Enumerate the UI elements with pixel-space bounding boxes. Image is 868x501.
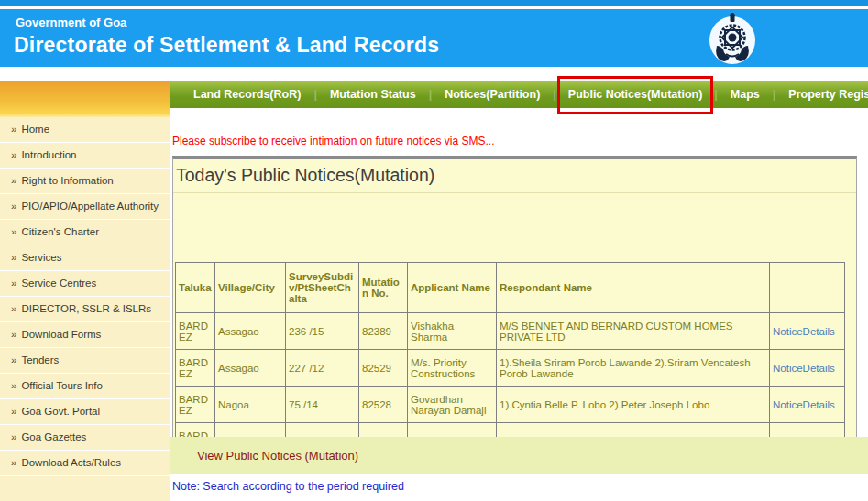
- main-navbar: Land Records(RoR)|Mutation Status|Notice…: [170, 81, 868, 108]
- table-cell: Assagao: [215, 313, 286, 350]
- table-row: BARDEZPenha de FSunil Anant P1).Janardan…: [176, 423, 845, 438]
- sidebar-item-tenders[interactable]: »Tenders: [0, 348, 170, 374]
- chevron-right-icon: »: [11, 406, 16, 417]
- panel-title: Today's Public Notices(Mutation): [173, 159, 856, 193]
- sidebar-item-home[interactable]: »Home: [0, 117, 170, 143]
- top-accent-strip: [0, 0, 868, 6]
- nav-item-maps[interactable]: Maps: [719, 81, 772, 108]
- chevron-right-icon: »: [11, 201, 16, 212]
- notice-details-link[interactable]: NoticeDetails: [773, 399, 835, 410]
- sidebar-item-download-forms[interactable]: »Download Forms: [0, 322, 170, 348]
- table-cell: 82389: [359, 313, 408, 350]
- view-public-notices-bar[interactable]: View Public Notices (Mutation): [170, 437, 868, 474]
- table-cell: 1).Cyntia Belle P. Lobo 2).Peter Joseph …: [497, 387, 770, 423]
- table-cell: 75 /14: [286, 387, 359, 423]
- sidebar-item-right-to-information[interactable]: »Right to Information: [0, 169, 170, 194]
- chevron-right-icon: »: [11, 278, 16, 289]
- sidebar-item-introduction[interactable]: »Introduction: [0, 143, 170, 169]
- table-cell: BARDEZ: [176, 313, 215, 350]
- column-header-actions: [770, 263, 845, 313]
- chevron-right-icon: »: [11, 149, 16, 160]
- sidebar-item-citizen-s-charter[interactable]: »Citizen's Charter: [0, 220, 170, 245]
- view-public-notices-label[interactable]: View Public Notices (Mutation): [197, 437, 868, 474]
- table-cell: 82528: [359, 387, 408, 423]
- table-header-row: TalukaVillage/CitySurveySubdiv/PtSheetCh…: [176, 263, 845, 313]
- table-cell: Vishakha Sharma: [408, 313, 497, 350]
- table-cell: Penha de F: [215, 423, 286, 438]
- cell-notice-details: NoticeDetails: [770, 313, 845, 350]
- chevron-right-icon: »: [11, 457, 16, 468]
- table-cell: 1).Sheila Sriram Porob Lawande 2).Sriram…: [497, 350, 770, 387]
- page: Government of Goa Directorate of Settlem…: [0, 0, 868, 501]
- table-row: BARDEZAssagao227 /1282529M/s. Priority C…: [176, 350, 845, 387]
- table-cell: 82529: [359, 350, 408, 387]
- table-cell: BARDEZ: [176, 387, 215, 423]
- site-title: Directorate of Settlement & Land Records: [14, 33, 439, 58]
- notices-table: TalukaVillage/CitySurveySubdiv/PtSheetCh…: [175, 262, 845, 437]
- sidebar-item-goa-gazettes[interactable]: »Goa Gazettes: [0, 425, 170, 451]
- column-header-mutation-no: Mutation No.: [359, 263, 408, 313]
- nav-item-mutation-status[interactable]: Mutation Status: [318, 81, 428, 108]
- sidebar: »Home»Introduction»Right to Information»…: [0, 117, 170, 501]
- sidebar-item-goa-govt-portal[interactable]: »Goa Govt. Portal: [0, 399, 170, 425]
- sms-subscribe-text: Please subscribe to receive intimation o…: [172, 135, 495, 147]
- chevron-right-icon: »: [11, 380, 16, 391]
- search-period-note: Note: Search according to the period req…: [172, 480, 404, 493]
- sidebar-item-official-tours-info[interactable]: »Official Tours Info: [0, 374, 170, 399]
- nav-item-land-records-ror[interactable]: Land Records(RoR): [181, 81, 313, 108]
- column-header-village-city: Village/City: [215, 263, 286, 313]
- table-cell: [770, 423, 845, 438]
- chevron-right-icon: »: [11, 354, 16, 365]
- table-cell: [286, 423, 359, 438]
- notice-details-link[interactable]: NoticeDetails: [773, 326, 835, 337]
- chevron-right-icon: »: [11, 124, 16, 135]
- notices-panel: Today's Public Notices(Mutation) TalukaV…: [172, 156, 857, 437]
- chevron-right-icon: »: [11, 329, 16, 340]
- table-cell: [359, 423, 408, 438]
- table-row: BARDEZNagoa75 /1482528Govardhan Narayan …: [176, 387, 845, 423]
- table-cell: M/s. Priority Constructions: [408, 350, 497, 387]
- table-cell: BARDEZ: [176, 423, 215, 438]
- column-header-respondant-name: Respondant Name: [497, 263, 770, 313]
- nav-item-notices-partition[interactable]: Notices(Partition): [433, 81, 552, 108]
- table-cell: Sunil Anant P: [408, 423, 497, 438]
- column-header-taluka: Taluka: [176, 263, 215, 313]
- notice-details-link[interactable]: NoticeDetails: [773, 363, 835, 374]
- site-header: Government of Goa Directorate of Settlem…: [0, 9, 868, 67]
- chevron-right-icon: »: [11, 175, 16, 186]
- column-header-applicant-name: Applicant Name: [408, 263, 497, 313]
- nav-item-property-register[interactable]: Property Register: [776, 81, 868, 108]
- table-cell: M/S BENNET AND BERNARD CUSTOM HOMES PRIV…: [497, 313, 770, 350]
- column-header-surveysubdiv-ptsheetchalta: SurveySubdiv/PtSheetChalta: [286, 263, 359, 313]
- sidebar-item-pio-apio-appellate-authority[interactable]: »PIO/APIO/Appellate Authority: [0, 194, 170, 220]
- sidebar-item-download-acts-rules[interactable]: »Download Acts/Rules: [0, 451, 170, 476]
- table-cell: Govardhan Narayan Damaji: [408, 387, 497, 423]
- table-row: BARDEZAssagao236 /1582389Vishakha Sharma…: [176, 313, 845, 350]
- nav-item-public-notices-mutation[interactable]: Public Notices(Mutation): [557, 76, 714, 114]
- table-cell: 1).Janardan Prabhakar Padval 2).Prabhaka…: [497, 423, 770, 438]
- chevron-right-icon: »: [11, 431, 16, 442]
- cell-notice-details: NoticeDetails: [770, 350, 845, 387]
- chevron-right-icon: »: [11, 226, 16, 237]
- table-cell: Nagoa: [215, 387, 286, 423]
- cell-notice-details: NoticeDetails: [770, 387, 845, 423]
- nav-list: Land Records(RoR)|Mutation Status|Notice…: [170, 81, 868, 114]
- sidebar-item-director-sslr-islrs[interactable]: »DIRECTOR, SSLR & ISLRs: [0, 297, 170, 322]
- chevron-right-icon: »: [11, 303, 16, 314]
- sidebar-item-service-centres[interactable]: »Service Centres: [0, 271, 170, 297]
- sidebar-top-gold-block: [0, 81, 170, 117]
- table-cell: 236 /15: [286, 313, 359, 350]
- sidebar-item-services[interactable]: »Services: [0, 245, 170, 271]
- table-cell: Assagao: [215, 350, 286, 387]
- table-cell: 227 /12: [286, 350, 359, 387]
- goa-emblem-icon: [706, 11, 759, 66]
- government-label: Government of Goa: [16, 16, 126, 29]
- chevron-right-icon: »: [11, 252, 16, 263]
- table-cell: BARDEZ: [176, 350, 215, 387]
